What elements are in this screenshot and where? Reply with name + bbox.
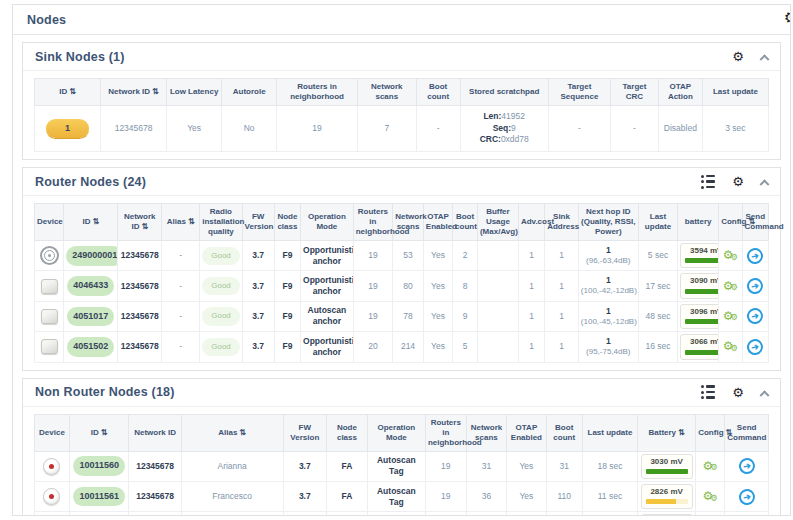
cell-text: Yes (431, 281, 445, 291)
table-cell: F9 (274, 332, 300, 362)
column-header: Last update (582, 414, 637, 451)
table-cell: 2 (453, 241, 478, 271)
config-gears-icon[interactable]: ⚙⚙ (723, 340, 738, 352)
node-id-badge[interactable]: 4046433 (67, 276, 114, 296)
table-cell: - (162, 241, 200, 271)
column-header[interactable]: ID⇅ (69, 414, 129, 451)
battery-indicator: 3030 mV (641, 454, 693, 479)
column-header[interactable]: Alias⇅ (181, 414, 283, 451)
table-cell: ➔ (725, 512, 769, 516)
column-header[interactable]: Network ID⇅ (101, 79, 167, 106)
column-header[interactable]: Config⇅ (696, 414, 725, 451)
sort-icon[interactable]: ⇅ (141, 222, 148, 231)
table-cell: Francesco (181, 481, 283, 511)
battery-fill (685, 289, 718, 294)
node-id-badge[interactable]: 4051502 (67, 337, 114, 357)
table-cell: 249000001 (64, 241, 118, 271)
node-id-badge[interactable]: 249000001 (66, 246, 118, 266)
cell-text: 8 (463, 281, 468, 291)
column-header[interactable]: ID⇅ (64, 204, 118, 241)
scratchpad-info: Len:41952Seq:9CRC:0xdd78 (463, 111, 546, 145)
table-cell: 3.7 (283, 451, 327, 481)
sort-icon[interactable]: ⇅ (678, 428, 685, 437)
table-cell: 31 (546, 451, 582, 481)
table-cell: 36 (466, 481, 507, 511)
gear-icon[interactable]: ⚙ (732, 386, 744, 399)
cell-text: 20 (368, 341, 377, 351)
table-cell: Yes (507, 512, 546, 516)
column-header[interactable]: Battery⇅ (638, 414, 696, 451)
table-row: 405150212345678-Good3.7F9Opportunistic a… (35, 332, 769, 362)
column-label: Autorole (233, 87, 266, 96)
column-label: Boot count (553, 423, 575, 442)
list-columns-icon[interactable] (701, 385, 716, 399)
table-cell (477, 271, 518, 301)
chevron-up-icon[interactable] (760, 179, 770, 189)
table-cell (477, 241, 518, 271)
send-command-button[interactable]: ➔ (737, 457, 756, 476)
cell-text: 110 (557, 491, 571, 501)
table-cell: 1(100,-45,-12dB) (578, 301, 638, 331)
table-cell (35, 512, 70, 516)
send-command-button[interactable]: ➔ (746, 277, 765, 296)
cell-text: 2 (463, 250, 468, 260)
cell-text: 19 (368, 311, 377, 321)
gear-icon[interactable]: ⚙ (732, 175, 744, 188)
table-cell: 19 (353, 271, 392, 301)
chevron-up-icon[interactable] (760, 390, 770, 400)
node-id-badge[interactable]: 4051017 (67, 307, 114, 327)
node-id-badge[interactable]: 1 (46, 119, 89, 139)
non-router-nodes-table: DeviceID⇅Network IDAlias⇅FW VersionNode … (34, 414, 769, 516)
chevron-up-icon[interactable] (760, 54, 770, 64)
sort-icon[interactable]: ⇅ (92, 217, 99, 226)
config-gears-icon[interactable]: ⚙⚙ (723, 310, 738, 322)
sort-icon[interactable]: ⇅ (239, 428, 246, 437)
list-columns-icon[interactable] (701, 175, 716, 189)
router-nodes-table: DeviceID⇅Network ID⇅Alias⇅Radio installa… (34, 203, 769, 363)
column-label: Node class (337, 423, 357, 442)
column-header[interactable]: Network ID⇅ (118, 204, 162, 241)
column-label: Target Sequence (561, 82, 599, 101)
sort-icon[interactable]: ⇅ (188, 217, 195, 226)
cell-text: 31 (482, 461, 491, 471)
cell-text: 80 (403, 281, 412, 291)
arrow-right-icon: ➔ (742, 461, 751, 471)
cell-text: 19 (441, 461, 450, 471)
cell-text: 12345678 (115, 123, 153, 133)
cell-text: Disabled (664, 123, 697, 133)
send-command-button[interactable]: ➔ (746, 337, 765, 356)
node-id-badge[interactable]: 10011560 (73, 456, 125, 476)
config-gears-icon[interactable]: ⚙⚙ (723, 280, 738, 292)
column-header[interactable]: Alias⇅ (162, 204, 200, 241)
sort-icon[interactable]: ⇅ (69, 87, 76, 96)
column-label: Boot count (455, 212, 477, 231)
column-header[interactable]: Config⇅ (719, 204, 742, 241)
send-command-button[interactable]: ➔ (737, 487, 756, 506)
send-command-button[interactable]: ➔ (746, 246, 765, 265)
gear-icon[interactable]: ⚙ (732, 50, 744, 63)
sort-icon[interactable]: ⇅ (152, 87, 159, 96)
table-wrapper: DeviceID⇅Network ID⇅Alias⇅Radio installa… (23, 196, 780, 370)
cell-text: 3.7 (299, 461, 311, 471)
column-label: Network ID (134, 428, 176, 437)
config-gears-icon[interactable]: ⚙⚙ (703, 460, 718, 472)
config-gears-icon[interactable]: ⚙⚙ (723, 249, 738, 261)
cell-text: 19 (441, 491, 450, 501)
cell-text: 12345678 (136, 461, 174, 471)
sort-icon[interactable]: ⇅ (101, 428, 108, 437)
send-command-button[interactable]: ➔ (746, 307, 765, 326)
cell-text: - (578, 123, 581, 133)
scratchpad-value: 9 (511, 123, 516, 133)
table-cell: Opportunistic anchor (301, 332, 354, 362)
next-hop-info: 1(96,-63,4dB) (581, 245, 636, 266)
column-label: Network scans (395, 212, 427, 231)
column-header[interactable]: ID⇅ (35, 79, 101, 106)
cell-text: 78 (403, 311, 412, 321)
config-gears-icon[interactable]: ⚙⚙ (703, 490, 718, 502)
column-label: OTAP Action (668, 82, 693, 101)
node-id-badge[interactable]: 10011561 (73, 487, 125, 507)
table-cell: 10011561 (69, 481, 129, 511)
settings-icon[interactable]: ⚙ (784, 10, 791, 26)
battery-fill (685, 258, 718, 263)
cell-text: - (179, 311, 182, 321)
